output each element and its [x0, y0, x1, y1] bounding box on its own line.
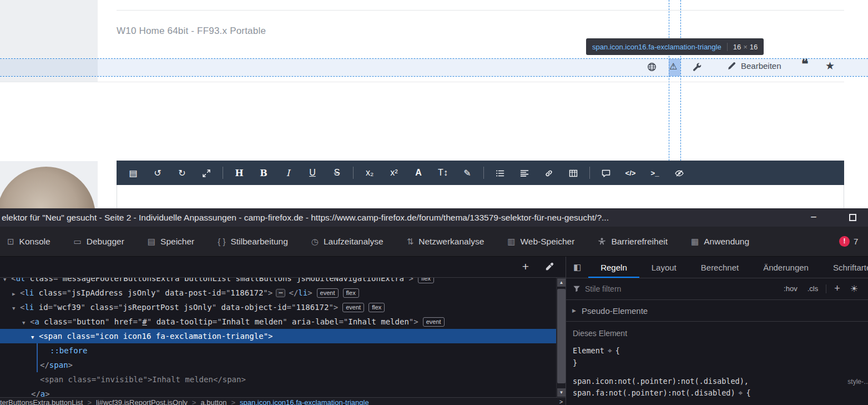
markup-line[interactable]: ▼<a class="button" href="#" data-tooltip…: [0, 314, 556, 329]
eyedropper-icon[interactable]: [544, 262, 554, 272]
italic-icon[interactable]: I: [276, 168, 300, 178]
undo-icon[interactable]: ↺: [145, 168, 170, 178]
markup-line[interactable]: <span class="invisible">Inhalt melden</s…: [0, 372, 556, 387]
add-rule-button[interactable]: +: [831, 283, 844, 294]
unordered-list-icon[interactable]: [488, 168, 512, 178]
badge-event[interactable]: event: [342, 303, 364, 312]
badge-event[interactable]: event: [317, 288, 339, 298]
markup-line[interactable]: ▼<ul class="messageFooterButtonsExtra bu…: [0, 278, 556, 286]
breadcrumb-item[interactable]: span.icon.icon16.fa-exclamation-triangle: [235, 398, 374, 405]
inline-expander[interactable]: ⋯: [276, 289, 285, 297]
avatar[interactable]: [0, 167, 95, 208]
style-filter-input[interactable]: Stile filtern: [585, 284, 776, 293]
devtools-tab-stilbearbeitung[interactable]: { }Stilbearbeitung: [206, 227, 300, 256]
markup-token: li: [24, 288, 34, 297]
add-node-button[interactable]: +: [518, 259, 533, 274]
rules-tab-layout[interactable]: Layout: [639, 257, 689, 278]
badge-event[interactable]: event: [423, 317, 445, 327]
minimize-button[interactable]: –: [804, 208, 824, 227]
devtools-tab-netzwerkanalyse[interactable]: ⇅Netzwerkanalyse: [395, 227, 496, 256]
devtools-tab-barrierefreiheit[interactable]: Barrierefreiheit: [586, 227, 679, 256]
rules-tab-berechnet[interactable]: Berechnet: [689, 257, 751, 278]
bookmark-star-icon[interactable]: ★: [825, 59, 835, 72]
markup-line[interactable]: ▶<li class="jsIpAddress jsOnly" data-pos…: [0, 286, 556, 300]
markup-line[interactable]: </span>: [0, 358, 556, 372]
globe-icon[interactable]: [647, 62, 657, 72]
devtools-tab-anwendung[interactable]: ▦Anwendung: [679, 227, 761, 256]
scroll-up-icon[interactable]: ▲: [557, 278, 566, 287]
markup-token: ul: [16, 278, 25, 283]
toolbar-separator: [483, 167, 484, 179]
expand-arrow-icon[interactable]: ▼: [12, 301, 20, 316]
markup-line[interactable]: </a>: [0, 387, 556, 397]
rule-source-link[interactable]: style-…: [847, 376, 868, 388]
badge-flex[interactable]: flex: [369, 303, 385, 312]
scroll-down-icon[interactable]: ▼: [557, 388, 566, 397]
pseudo-elements-section[interactable]: ▶ Pseudo-Elemente: [566, 300, 868, 322]
subscript-icon[interactable]: x₂: [357, 168, 382, 178]
redo-icon[interactable]: ↻: [170, 168, 194, 178]
devtools-tab-speicher[interactable]: ▤Speicher: [136, 227, 206, 256]
breadcrumb-item[interactable]: li#wcf39.jsReportPost.jsOnly: [92, 398, 192, 405]
devtools-tab-debugger[interactable]: ▭Debugger: [62, 227, 136, 256]
markup-scrollbar[interactable]: ▲ ▼: [556, 278, 566, 397]
terminal-icon[interactable]: >_: [643, 169, 667, 177]
moderation-wrench-icon[interactable]: [693, 62, 702, 72]
source-view-icon[interactable]: ▤: [121, 168, 145, 178]
strikethrough-icon[interactable]: S: [325, 168, 349, 178]
breadcrumb-item[interactable]: ul.messageFooterButtonsExtra.buttonList: [0, 398, 87, 405]
rules-filter-bar: Stile filtern :hov.cls+☀: [566, 278, 868, 300]
link-icon[interactable]: [537, 168, 561, 178]
expand-arrow-icon[interactable]: ▼: [31, 330, 39, 344]
maximize-icon[interactable]: [194, 168, 219, 178]
heading-icon[interactable]: H: [227, 168, 251, 178]
devtools-tab-laufzeitanalyse[interactable]: ◷Laufzeitanalyse: [300, 227, 395, 256]
quote-icon[interactable]: ❝: [801, 56, 808, 71]
breadcrumb-scroll-right-icon[interactable]: >: [557, 398, 566, 405]
markup-line[interactable]: ::before: [0, 343, 556, 358]
color-scheme-toggle[interactable]: ☀: [847, 283, 861, 294]
rules-tab-regeln[interactable]: Regeln: [588, 257, 639, 278]
superscript-icon[interactable]: x²: [382, 168, 406, 178]
table-icon[interactable]: [561, 168, 586, 178]
devtools-tab-konsole[interactable]: ⊡Konsole: [0, 227, 62, 256]
bold-icon[interactable]: B: [251, 168, 276, 178]
markup-token: [62, 332, 67, 341]
pseudo-class-toggle[interactable]: :hov: [780, 284, 801, 293]
alignment-icon[interactable]: [512, 168, 537, 178]
markup-token: </: [31, 389, 41, 397]
hide-icon[interactable]: [667, 168, 692, 178]
selector-target-icon[interactable]: ⌖: [604, 346, 615, 355]
maximize-button[interactable]: [849, 214, 856, 221]
sidebar-toggle-icon[interactable]: ◧: [566, 257, 588, 278]
expand-arrow-icon[interactable]: ▼: [22, 316, 30, 330]
exclamation-triangle-icon[interactable]: ⚠: [669, 61, 677, 72]
font-size-icon[interactable]: T↕: [431, 168, 455, 178]
error-badge[interactable]: ! 7: [839, 236, 858, 247]
pseudo-elements-label: Pseudo-Elemente: [582, 306, 648, 316]
underline-icon[interactable]: U: [300, 168, 325, 178]
code-icon[interactable]: </>: [618, 169, 643, 177]
rules-tab-aenderungen[interactable]: Änderungen: [751, 257, 821, 278]
infobar-height: 16: [750, 43, 758, 51]
scrollbar-thumb[interactable]: [557, 289, 566, 383]
markup-token: jsReportPost jsOnly: [123, 303, 211, 312]
markup-line[interactable]: ▼<span class="icon icon16 fa-exclamation…: [0, 329, 556, 343]
devtools-tab-web-speicher[interactable]: ▥Web-Speicher: [496, 227, 586, 256]
selector-target-icon[interactable]: ⌖: [735, 388, 746, 397]
expand-arrow-icon[interactable]: ▶: [12, 287, 20, 301]
editor-text-area[interactable]: [117, 185, 844, 208]
breadcrumb-item[interactable]: a.button: [196, 398, 231, 405]
markup-line[interactable]: ▼<li id="wcf39" class="jsReportPost jsOn…: [0, 300, 556, 314]
font-color-icon[interactable]: A: [406, 168, 431, 178]
rule-selector[interactable]: span.icon:not(.pointer):not(.disabled),: [573, 377, 749, 386]
class-toggle[interactable]: .cls: [804, 284, 822, 293]
rule-selector[interactable]: Element: [573, 346, 604, 355]
edit-button[interactable]: Bearbeiten: [727, 61, 781, 71]
badge-flex[interactable]: flex: [343, 288, 359, 298]
comment-icon[interactable]: [594, 168, 618, 178]
badge-flex[interactable]: flex: [418, 278, 434, 283]
format-brush-icon[interactable]: ✎: [455, 168, 480, 178]
rules-tab-schriftarten[interactable]: Schriftarten: [821, 257, 868, 278]
rule-selector[interactable]: span.fa:not(.pointer):not(.disabled): [573, 388, 735, 397]
